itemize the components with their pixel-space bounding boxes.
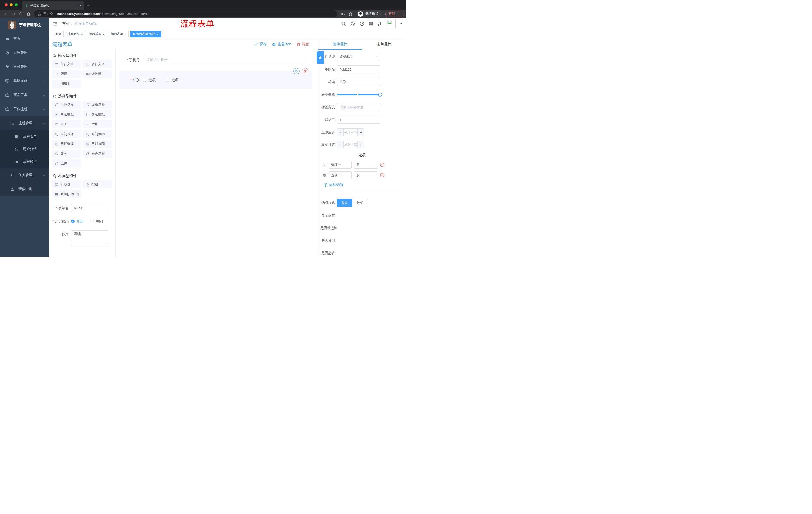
search-icon[interactable] — [341, 21, 346, 26]
option-label-input[interactable] — [329, 171, 352, 179]
tag-close-icon[interactable]: × — [157, 33, 158, 36]
comp-date-range[interactable]: 日期范围 — [83, 140, 113, 148]
browser-menu-icon[interactable]: ⋮ — [397, 12, 401, 16]
comp-table[interactable]: 表格[开发中] — [52, 190, 81, 198]
minus-button[interactable]: − — [337, 129, 344, 136]
new-tab-button[interactable]: + — [84, 1, 92, 9]
tag-process-definition[interactable]: 流程定义× — [65, 31, 85, 37]
option-value-input[interactable] — [354, 161, 378, 169]
delete-component-button[interactable] — [302, 68, 308, 75]
tab-form-props[interactable]: 表单属性 — [362, 39, 406, 50]
sidebar-item-payment[interactable]: ¥ 支付管理 — [0, 60, 49, 74]
component-type-select[interactable]: 多选框组 — [337, 53, 380, 61]
comp-select[interactable]: 下拉选择 — [52, 101, 81, 109]
remove-option-button[interactable] — [380, 162, 385, 167]
tag-process-model[interactable]: 流程模型× — [87, 31, 107, 37]
home-icon[interactable] — [25, 10, 32, 17]
window-zoom-button[interactable] — [14, 3, 18, 6]
tag-home[interactable]: 首页 — [53, 31, 63, 37]
status-on-label[interactable]: 开启 — [76, 217, 83, 225]
github-icon[interactable] — [350, 21, 355, 26]
window-close-button[interactable] — [4, 3, 7, 6]
tab-component-props[interactable]: 组件属性 — [318, 39, 362, 50]
back-icon[interactable] — [2, 10, 9, 17]
sidebar-item-user-groups[interactable]: 用户分组 — [0, 143, 49, 155]
slider-track[interactable] — [337, 94, 380, 95]
drag-handle-icon[interactable] — [323, 163, 327, 167]
comp-upload[interactable]: 上传 — [52, 159, 81, 167]
sidebar-item-process-form[interactable]: 流程表单 — [0, 130, 49, 143]
remove-option-button[interactable] — [380, 173, 385, 178]
forward-icon[interactable] — [10, 10, 17, 17]
comp-time-range[interactable]: 时间范围 — [83, 130, 113, 138]
minus-button[interactable]: − — [337, 141, 344, 148]
drag-handle-icon[interactable] — [323, 173, 327, 177]
comp-counter[interactable]: 123计数器 — [83, 70, 113, 78]
checkbox-icon[interactable] — [166, 78, 169, 82]
tag-close-icon[interactable]: × — [103, 33, 104, 36]
reload-icon[interactable] — [18, 10, 24, 17]
form-remark-textarea[interactable]: 嘿嘿 — [71, 231, 108, 246]
comp-password[interactable]: 密码 — [52, 70, 81, 78]
comp-cascader[interactable]: 级联选择 — [83, 101, 113, 109]
comp-multi-line-text[interactable]: 多行文本 — [83, 60, 113, 68]
checkbox-option-1[interactable]: 选项一 — [143, 76, 159, 84]
checkbox-option-2[interactable]: 选项二 — [166, 76, 182, 84]
address-bar[interactable]: 不安全 dashboard.yudao.iocoder.cn/bpm/manag… — [34, 10, 337, 17]
sidebar-item-process-model[interactable]: 流程模型 — [0, 155, 49, 168]
comp-switch[interactable]: 开关 — [52, 120, 81, 128]
sidebar-item-process-management[interactable]: 流程管理 — [0, 116, 49, 130]
bookmark-star-icon[interactable] — [347, 10, 354, 17]
phone-input[interactable] — [143, 55, 306, 64]
option-label-input[interactable] — [329, 161, 352, 169]
plus-button[interactable]: + — [357, 141, 364, 148]
sidebar-item-system[interactable]: 系统管理 — [0, 46, 49, 60]
sidebar-item-home[interactable]: 首页 — [0, 32, 49, 46]
slider-handle[interactable] — [378, 92, 382, 97]
breadcrumb-home[interactable]: 首页 — [62, 21, 69, 26]
security-label[interactable]: 不安全 — [44, 12, 53, 16]
style-default-button[interactable]: 默认 — [337, 199, 352, 207]
radio-on-icon[interactable] — [71, 219, 75, 223]
min-stepper-value[interactable]: 至少应选 — [344, 129, 357, 136]
form-canvas[interactable]: 手机号 性别 选项一 — [116, 49, 318, 257]
copy-component-button[interactable] — [293, 68, 300, 75]
option-value-input[interactable] — [354, 171, 378, 179]
form-name-input[interactable] — [71, 204, 108, 212]
link-handle[interactable] — [317, 51, 324, 64]
browser-tab[interactable]: 芋道管理系统 × — [22, 1, 84, 9]
comp-slider[interactable]: 滑块 — [83, 120, 113, 128]
form-grid-slider[interactable] — [337, 90, 380, 99]
clear-button[interactable]: 清空 — [297, 42, 309, 47]
save-button[interactable]: 保存 — [255, 42, 266, 47]
sidebar-item-leave-query[interactable]: 请假查询 — [0, 182, 49, 196]
label-width-input[interactable] — [337, 103, 380, 111]
view-json-button[interactable]: 查看json — [272, 42, 291, 47]
field-name-input[interactable] — [337, 65, 380, 74]
canvas-field-gender-selected[interactable]: 性别 选项一 选项二 — [119, 72, 312, 88]
comp-button[interactable]: 按钮 — [83, 180, 113, 188]
comp-checkbox-group[interactable]: 多选框组 — [83, 110, 113, 118]
font-size-icon[interactable]: TT — [378, 21, 382, 26]
comp-editor[interactable]: 编辑器 — [52, 80, 81, 88]
help-icon[interactable] — [359, 21, 364, 26]
sidebar-item-infrastructure[interactable]: 基础设施 — [0, 74, 49, 88]
sidebar-item-workflow[interactable]: 工作流程 — [0, 102, 49, 116]
default-value-input[interactable] — [337, 116, 380, 124]
tag-close-icon[interactable]: × — [125, 33, 126, 36]
password-key-icon[interactable] — [340, 10, 346, 17]
sidebar-item-task-management[interactable]: 任务管理 — [0, 168, 49, 182]
fullscreen-icon[interactable] — [369, 21, 373, 26]
sidebar-collapse-icon[interactable] — [53, 21, 58, 26]
comp-time-picker[interactable]: 时间选择 — [52, 130, 81, 138]
browser-update-button[interactable]: 更新 ⋮ — [385, 10, 404, 17]
comp-date-picker[interactable]: 日期选择 — [52, 140, 81, 148]
comp-single-line-text[interactable]: 单行文本 — [52, 60, 81, 68]
comp-row-container[interactable]: 行容器 — [52, 180, 81, 188]
avatar[interactable] — [386, 19, 396, 28]
tab-close-icon[interactable]: × — [79, 3, 81, 7]
plus-button[interactable]: + — [357, 129, 364, 136]
avatar-caret-icon[interactable]: ▼ — [400, 22, 403, 25]
title-input[interactable] — [337, 78, 380, 86]
checkbox-icon[interactable] — [143, 78, 146, 82]
